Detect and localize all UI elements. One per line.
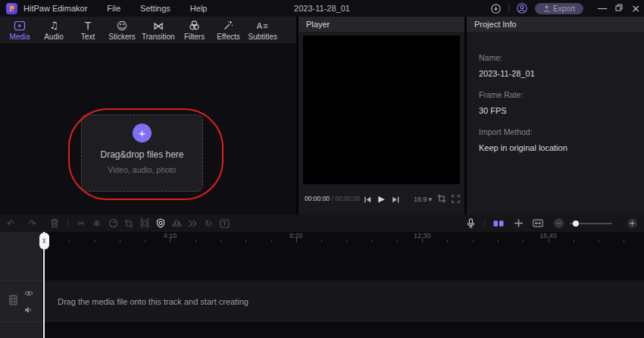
main-area: Media ♫ Audio T Text ☺ Stickers ⋈ Transi… xyxy=(0,17,644,214)
ruler-tick xyxy=(120,239,120,243)
reset-rotate-icon[interactable]: ↻ xyxy=(203,218,214,229)
ruler-tick xyxy=(624,239,624,243)
delete-icon[interactable] xyxy=(49,218,60,229)
aspect-ratio-value: 16:9 xyxy=(414,196,427,203)
tab-label: Media xyxy=(9,33,30,41)
export-button[interactable]: Export xyxy=(535,3,583,14)
app-logo-icon xyxy=(6,3,17,14)
add-track-icon[interactable] xyxy=(513,218,524,229)
track-visibility-icon[interactable] xyxy=(24,286,33,299)
time-display: 00:00:00 / 00:00:00 xyxy=(305,195,360,202)
text-box-icon[interactable] xyxy=(219,218,230,229)
track-mute-icon[interactable] xyxy=(24,303,33,317)
menu-settings[interactable]: Settings xyxy=(140,4,170,13)
tab-label: Audio xyxy=(44,33,64,41)
ruler-tick xyxy=(447,239,448,243)
tab-label: Subtitles xyxy=(249,33,277,41)
titlebar: HitPaw Edimakor File Settings Help 2023-… xyxy=(0,0,644,17)
ruler-tick xyxy=(498,239,499,243)
tab-subtitles[interactable]: A≡ Subtitles xyxy=(249,17,277,43)
import-method-value: Keep in original location xyxy=(479,143,632,152)
playhead-scissors-icon: ✂ xyxy=(40,238,48,244)
subtitles-icon: A≡ xyxy=(257,20,269,32)
tab-audio[interactable]: ♫ Audio xyxy=(39,17,68,43)
tab-effects[interactable]: Effects xyxy=(214,17,243,43)
ruler-tick xyxy=(473,239,474,243)
tab-label: Effects xyxy=(217,33,239,41)
frame-rate-label: Frame Rate: xyxy=(479,90,632,99)
zoom-in-button[interactable]: + xyxy=(627,218,637,228)
timeline-toolbar: ↶ ↷ ✂ ❄ ↻ − + xyxy=(0,214,644,232)
menu-help[interactable]: Help xyxy=(190,4,208,13)
media-icon xyxy=(14,20,26,32)
project-name-label: Name: xyxy=(479,53,632,62)
stabilize-icon[interactable] xyxy=(155,218,166,229)
account-icon[interactable] xyxy=(517,3,527,14)
tab-text[interactable]: T Text xyxy=(73,17,102,43)
crop-preview-icon[interactable] xyxy=(437,192,446,206)
speed-icon[interactable] xyxy=(108,218,118,229)
dropzone[interactable]: + Drag&drop files here Video, audio, pho… xyxy=(81,114,203,192)
timeline: 04:108:2012:3016:40 Drag the media file … xyxy=(0,232,644,338)
player-header: Player xyxy=(299,17,464,32)
upload-icon xyxy=(543,5,550,12)
main-video-track[interactable]: Drag the media file onto this track and … xyxy=(44,280,644,322)
tab-media[interactable]: Media xyxy=(5,17,34,43)
project-name-value: 2023-11-28_01 xyxy=(479,69,632,78)
player-controls: 00:00:00 / 00:00:00 ▶ 16:9▾ xyxy=(299,192,464,207)
playhead-handle[interactable]: ✂ xyxy=(39,233,49,249)
tab-stickers[interactable]: ☺ Stickers xyxy=(108,17,136,43)
restore-button[interactable] xyxy=(611,3,627,14)
tab-label: Stickers xyxy=(108,33,136,41)
playhead[interactable]: ✂ xyxy=(43,232,45,338)
tab-label: Text xyxy=(81,33,95,41)
dropzone-title: Drag&drop files here xyxy=(100,149,183,160)
ruler-label: 12:30 xyxy=(414,232,431,239)
ruler-tick xyxy=(145,239,145,243)
ruler-tick xyxy=(321,239,322,243)
ruler-label: 4:10 xyxy=(164,232,177,239)
next-frame-icon[interactable] xyxy=(392,196,400,204)
text-icon: T xyxy=(85,20,92,32)
media-library-area: + Drag&drop files here Video, audio, pho… xyxy=(0,43,296,214)
frame-rate-value: 30 FPS xyxy=(479,106,632,115)
fit-timeline-icon[interactable] xyxy=(533,218,543,229)
minimize-button[interactable]: — xyxy=(594,3,611,14)
split-icon[interactable]: ✂ xyxy=(76,218,86,229)
project-info-header: Project Info xyxy=(467,17,644,32)
undo-icon[interactable]: ↶ xyxy=(5,218,16,229)
ruler-tick xyxy=(346,239,347,243)
tab-label: Filters xyxy=(184,33,205,41)
add-files-icon[interactable]: + xyxy=(133,124,152,142)
timeline-ruler[interactable]: 04:108:2012:3016:40 xyxy=(0,232,644,243)
ruler-tick xyxy=(69,239,70,243)
export-label: Export xyxy=(553,5,575,13)
speed-ramp-icon[interactable] xyxy=(187,218,198,229)
media-panel: Media ♫ Audio T Text ☺ Stickers ⋈ Transi… xyxy=(0,17,296,214)
close-button[interactable]: × xyxy=(627,2,644,14)
magnetic-timeline-icon[interactable] xyxy=(493,218,504,229)
zoom-out-button[interactable]: − xyxy=(554,218,564,228)
play-icon[interactable]: ▶ xyxy=(378,192,384,207)
voiceover-mic-icon[interactable] xyxy=(465,218,476,229)
toolbar-separator xyxy=(484,219,485,227)
redo-icon[interactable]: ↷ xyxy=(27,218,38,229)
tab-transition[interactable]: ⋈ Transition xyxy=(142,17,175,43)
audio-icon: ♫ xyxy=(49,20,58,32)
crop-icon[interactable] xyxy=(123,218,134,229)
toolbar-separator xyxy=(67,219,68,227)
freeze-frame-icon[interactable]: ❄ xyxy=(92,218,102,229)
aspect-ratio-dropdown[interactable]: 16:9▾ xyxy=(414,196,432,203)
ruler-tick xyxy=(523,239,524,243)
tab-label: Transition xyxy=(142,33,175,41)
download-icon[interactable] xyxy=(491,4,501,14)
fullscreen-icon[interactable] xyxy=(452,192,460,206)
mask-icon[interactable] xyxy=(139,218,150,229)
zoom-slider-thumb[interactable] xyxy=(573,221,579,227)
tab-filters[interactable]: Filters xyxy=(180,17,209,43)
current-time: 00:00:00 xyxy=(305,195,330,202)
menu-file[interactable]: File xyxy=(107,4,120,13)
previous-frame-icon[interactable] xyxy=(363,196,371,204)
timeline-zoom-slider[interactable] xyxy=(570,223,612,224)
mirror-icon[interactable] xyxy=(171,218,182,229)
